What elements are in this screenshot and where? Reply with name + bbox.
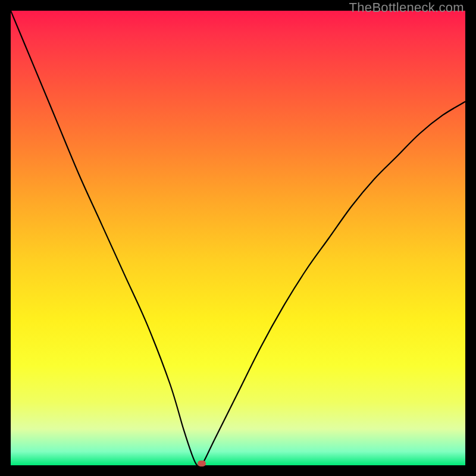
watermark-text: TheBottleneck.com (349, 0, 464, 15)
bottleneck-curve (11, 11, 465, 465)
plot-area (11, 11, 465, 465)
minimum-marker (198, 461, 206, 466)
chart-container: TheBottleneck.com (0, 0, 476, 476)
